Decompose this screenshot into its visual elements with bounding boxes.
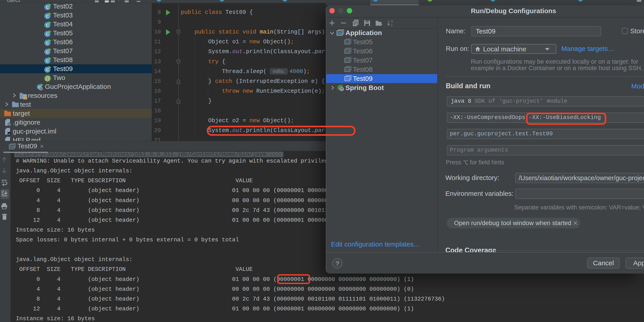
svg-text:a: a bbox=[391, 19, 393, 23]
svg-text:@: @ bbox=[45, 75, 50, 81]
svg-text:z: z bbox=[391, 23, 392, 26]
